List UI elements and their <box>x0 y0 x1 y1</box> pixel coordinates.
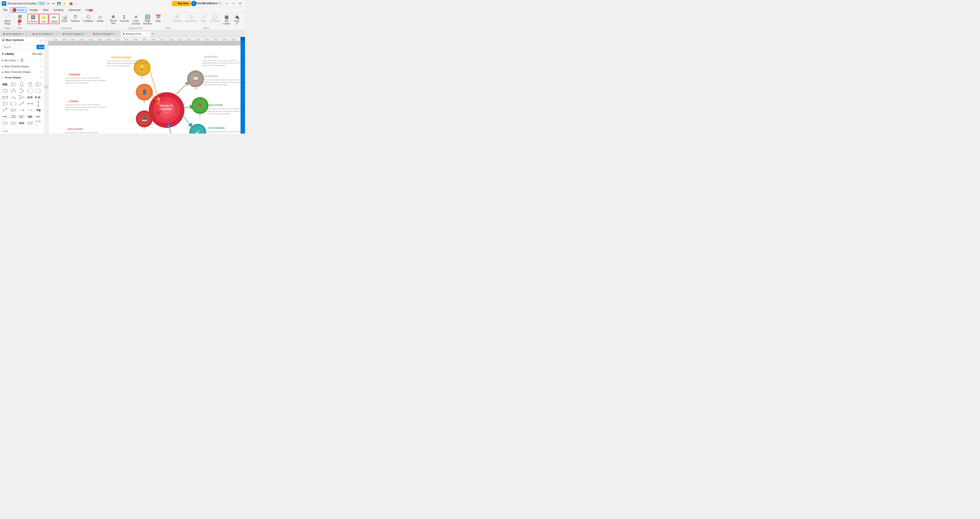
shape-double-left-arrow[interactable] <box>18 114 25 119</box>
menu-insert[interactable]: 1 Insert <box>10 7 27 13</box>
formula-button[interactable]: Σ Formula <box>118 14 130 23</box>
basic-drawing-close-button[interactable]: ✕ <box>40 65 43 68</box>
tab-close-3[interactable]: ✕ <box>86 32 88 35</box>
shape-up-arrow[interactable] <box>27 81 33 87</box>
shape-double-right-arrow[interactable] <box>10 114 17 119</box>
redo-button[interactable]: ↪ <box>51 2 56 6</box>
shape-curved-up-arrow[interactable] <box>2 107 8 113</box>
clipart-button[interactable]: ✂ Clipart <box>49 14 59 24</box>
tab-arrow-diagram-3[interactable]: Arrow Diagram 3 ✕ <box>60 31 91 37</box>
shape-up-chevron[interactable] <box>10 88 17 94</box>
tab-close-1[interactable]: ✕ <box>25 32 28 35</box>
shape-left-pentagon[interactable] <box>27 88 33 94</box>
shape-fast-forward[interactable] <box>35 94 41 100</box>
tab-arrow-diagram-4[interactable]: Arrow diagram 4 ✕ <box>91 31 121 37</box>
export-button[interactable]: 📤 <box>68 2 74 6</box>
chart-button[interactable]: 📊 Chart <box>60 14 69 23</box>
buy-now-button[interactable]: 🛒 Buy Now <box>172 1 191 6</box>
font-symbol-button[interactable]: # FontSymbol <box>130 14 142 26</box>
shape-arrow-8-3[interactable] <box>2 120 8 126</box>
shape-left-arrow[interactable] <box>10 81 17 87</box>
page-number-button[interactable]: 🔢 PageNumber <box>142 14 153 26</box>
lib-group-header-arrow-shapes[interactable]: ▼ Arrow Shapes ✕ <box>0 75 45 80</box>
shape-s-curve[interactable] <box>18 101 25 106</box>
search-input[interactable] <box>2 45 36 49</box>
maximize-button[interactable]: □ <box>230 1 237 6</box>
shape-arrow-8-1[interactable] <box>27 114 33 119</box>
shape-button[interactable]: ◇ Shape <box>95 14 105 23</box>
shape-left-arrow-3[interactable] <box>10 107 17 113</box>
lib-group-header-my-library[interactable]: ▶ My Library E + ✕ <box>0 57 45 63</box>
shape-arrow-9-4[interactable] <box>2 127 8 132</box>
lib-group-header-basic-flowchart[interactable]: ▶ Basic Flowchart Shapes ✕ <box>0 69 45 75</box>
menu-symbols[interactable]: Symbols <box>51 8 66 12</box>
blank-page-button[interactable]: 📄 BlankPage <box>3 14 12 26</box>
menu-view[interactable]: View <box>41 8 51 12</box>
shape-notch-left[interactable] <box>10 101 17 106</box>
shape-double-arrow[interactable] <box>2 94 8 100</box>
publish-button[interactable]: Publish <box>197 1 203 6</box>
table-button[interactable]: ⊞ 2 Ta... <box>15 14 24 26</box>
more-button[interactable]: ⋯ <box>74 2 79 6</box>
shape-double-triangle[interactable] <box>27 94 33 100</box>
canvas-content[interactable]: ROUTE TO SUCCESS 💡 A 👤 B <box>49 41 240 133</box>
add-tab-button[interactable]: + <box>151 32 155 36</box>
tab-close-4[interactable]: ✕ <box>116 32 118 35</box>
shape-left-right-arrow[interactable] <box>27 101 33 106</box>
plugin-button[interactable]: 🔌 Plug-in <box>232 14 242 26</box>
shape-right-arrow[interactable] <box>2 81 8 87</box>
menu-design[interactable]: Design <box>27 8 40 12</box>
shape-square-dots-arrow[interactable] <box>2 114 8 119</box>
shape-arrow-9-1[interactable] <box>18 120 25 126</box>
shape-arrow-9-2[interactable] <box>27 120 33 126</box>
shape-right-arrow-2[interactable] <box>2 88 8 94</box>
svg-marker-43 <box>2 122 8 125</box>
menu-advanced[interactable]: Advanced <box>66 8 83 12</box>
timeline-button[interactable]: ⏱ Timeline <box>69 14 81 23</box>
save-button[interactable]: 💾 <box>56 2 62 6</box>
shape-arrow-8-4[interactable] <box>10 120 17 126</box>
shape-right-pentagon[interactable] <box>35 88 41 94</box>
library-manage-button[interactable]: Manage <box>32 52 43 56</box>
shape-triangle-left[interactable] <box>18 94 25 100</box>
shape-right-arrow-3[interactable] <box>18 107 25 113</box>
tab-business-plan[interactable]: Business Plan ... ✕ <box>121 31 150 37</box>
vector-text-button[interactable]: A VectorText <box>108 14 118 25</box>
tab-arrow-diagram-2[interactable]: Arrow Diagram 2 ✕ <box>30 31 60 37</box>
my-library-add-button[interactable]: + <box>21 58 23 62</box>
search-button[interactable]: Search <box>37 45 45 49</box>
qr-codes-button[interactable]: ▦ QRCodes <box>222 14 231 26</box>
tab-close-5[interactable]: ✕ <box>146 32 148 35</box>
icon-button[interactable]: ⭐ Icon <box>39 14 48 24</box>
menu-ai[interactable]: AI hot <box>83 8 95 12</box>
my-library-close-button[interactable]: ✕ <box>40 59 43 62</box>
tab-arrow-diagram-1[interactable]: arrow diagram 1 ✕ <box>1 31 30 37</box>
arrow-shapes-close-button[interactable]: ✕ <box>40 76 43 79</box>
basic-flowchart-close-button[interactable]: ✕ <box>40 70 43 73</box>
panel-collapse-button[interactable]: « <box>41 38 43 42</box>
shape-thin-right-arrow[interactable] <box>27 107 33 113</box>
shape-arrow-9-3[interactable] <box>35 120 41 126</box>
shape-curved-arrow[interactable] <box>10 94 17 100</box>
date-button[interactable]: 📅 Date <box>154 14 162 23</box>
container-button[interactable]: ⬡ Container <box>81 14 95 23</box>
shape-up-down-arrow[interactable] <box>35 101 41 106</box>
canvas-area[interactable]: -720 -680 -660 -640 -620 -600 -580 -560 … <box>45 37 240 133</box>
options-button[interactable]: Options <box>210 1 216 6</box>
picture-button[interactable]: 🖼 Picture <box>28 14 39 24</box>
shape-arrow-8-2[interactable] <box>35 114 41 119</box>
minimize-button[interactable]: — <box>224 1 230 6</box>
close-button[interactable]: ✕ <box>237 1 243 6</box>
shape-angle-arrow[interactable] <box>35 107 41 113</box>
lib-group-header-basic-drawing[interactable]: ▶ Basic Drawing Shapes ✕ <box>0 63 45 69</box>
right-sidebar-tab[interactable] <box>240 37 245 41</box>
undo-button[interactable]: ↩ <box>46 2 51 6</box>
help-button[interactable]: ? <box>217 1 223 6</box>
shape-down-arrow[interactable] <box>18 81 25 87</box>
shape-right-chevron[interactable] <box>18 88 25 94</box>
shape-angle-right[interactable] <box>2 101 8 106</box>
menu-file[interactable]: File <box>1 8 10 12</box>
tab-close-2[interactable]: ✕ <box>56 32 58 35</box>
open-button[interactable]: 📁 <box>62 2 68 6</box>
shape-left-arrow-2[interactable] <box>35 81 41 87</box>
